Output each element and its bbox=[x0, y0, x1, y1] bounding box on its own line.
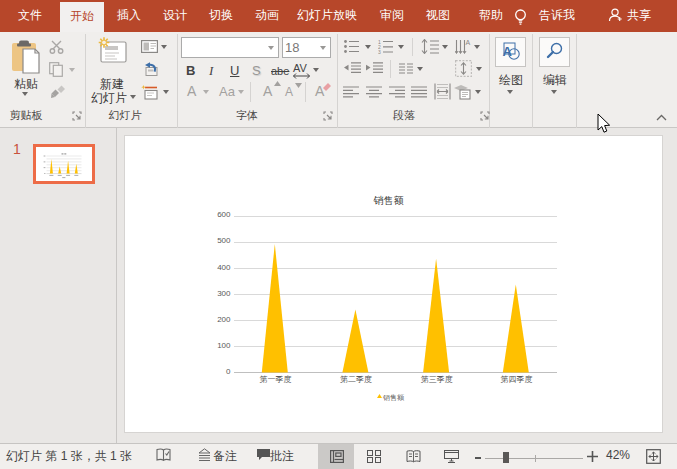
svg-text:A: A bbox=[503, 44, 513, 59]
svg-text:3: 3 bbox=[378, 49, 381, 54]
svg-text:A: A bbox=[466, 39, 471, 46]
